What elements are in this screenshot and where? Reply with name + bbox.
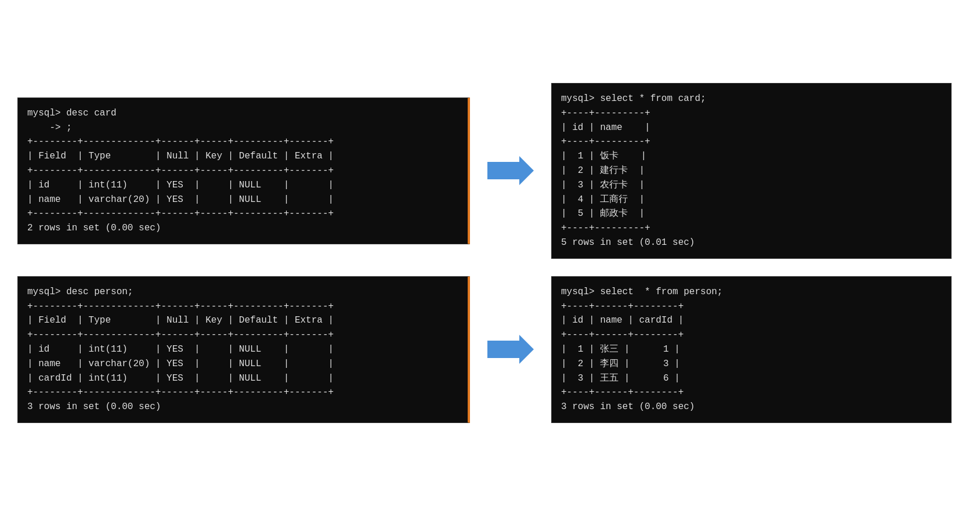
- bottom-row: mysql> desc person; +--------+----------…: [17, 276, 963, 423]
- select-person-terminal: mysql> select * from person; +----+-----…: [551, 276, 952, 423]
- select-person-content: mysql> select * from person; +----+-----…: [561, 285, 942, 414]
- main-container: mysql> desc card -> ; +--------+--------…: [0, 0, 980, 506]
- select-card-content: mysql> select * from card; +----+-------…: [561, 92, 942, 250]
- desc-person-content: mysql> desc person; +--------+----------…: [27, 285, 458, 414]
- top-row: mysql> desc card -> ; +--------+--------…: [17, 83, 963, 259]
- svg-marker-1: [487, 335, 534, 364]
- desc-card-terminal: mysql> desc card -> ; +--------+--------…: [17, 97, 470, 244]
- desc-card-content: mysql> desc card -> ; +--------+--------…: [27, 106, 458, 236]
- desc-person-terminal: mysql> desc person; +--------+----------…: [17, 276, 470, 423]
- svg-marker-0: [487, 156, 534, 185]
- select-card-terminal: mysql> select * from card; +----+-------…: [551, 83, 952, 259]
- bottom-arrow: [487, 332, 534, 367]
- top-arrow: [487, 153, 534, 188]
